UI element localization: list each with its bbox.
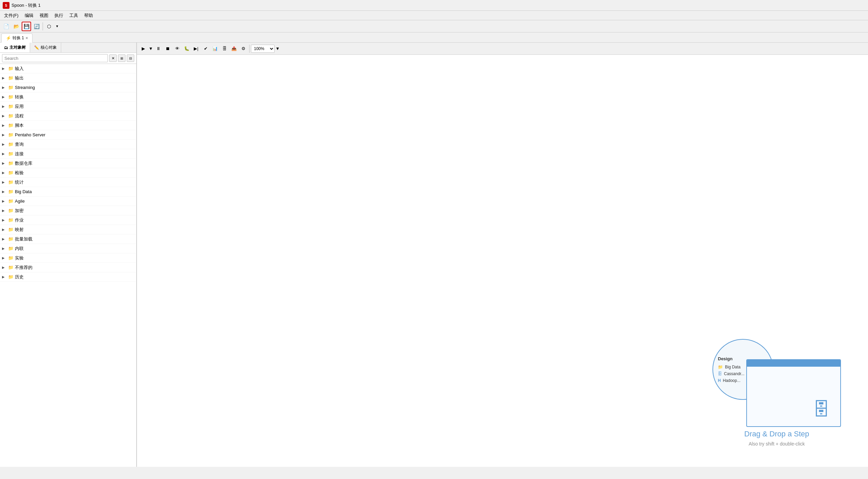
export-button[interactable]: 📤 <box>230 44 238 53</box>
dnd-illustration: Design 📁 Big Data 🗄 Cassandr... H Hadoop… <box>712 339 841 447</box>
cassandra-label: Cassandr... <box>724 371 745 376</box>
cassandra-icon: 🗄 <box>718 371 722 376</box>
main-objects-icon: 🗂 <box>4 45 8 50</box>
folder-icon: 📁 <box>8 123 14 128</box>
folder-icon: 📁 <box>8 104 14 109</box>
tree-item[interactable]: ▶ 📁 连接 <box>0 149 136 159</box>
canvas-area[interactable]: Design 📁 Big Data 🗄 Cassandr... H Hadoop… <box>137 55 868 467</box>
menu-view[interactable]: 视图 <box>37 12 51 20</box>
tree-item[interactable]: ▶ 📁 加密 <box>0 206 136 215</box>
tree-item[interactable]: ▶ 📁 不推荐的 <box>0 263 136 272</box>
folder-icon: 📁 <box>8 142 14 147</box>
impact-button[interactable]: 📊 <box>211 44 219 53</box>
tree-item[interactable]: ▶ 📁 Streaming <box>0 83 136 92</box>
tree-item-label: 内联 <box>15 246 24 252</box>
menu-edit[interactable]: 编辑 <box>22 12 36 20</box>
tree-arrow: ▶ <box>2 171 7 175</box>
tree-arrow: ▶ <box>2 152 7 156</box>
main-objects-label: 主对象树 <box>9 45 26 50</box>
tree-item[interactable]: ▶ 📁 查询 <box>0 140 136 149</box>
tree-arrow: ▶ <box>2 142 7 146</box>
folder-icon: 📁 <box>8 246 14 251</box>
tree-item[interactable]: ▶ 📁 输出 <box>0 73 136 83</box>
save-button[interactable]: 💾 <box>22 22 31 31</box>
run-button[interactable]: ▶ <box>139 44 148 53</box>
open-button[interactable]: 📂 <box>11 22 21 31</box>
tree-arrow: ▶ <box>2 237 7 241</box>
dnd-circle-item-hadoop: H Hadoop... <box>718 378 741 383</box>
tree-item[interactable]: ▶ 📁 脚本 <box>0 121 136 130</box>
canvas-tab[interactable]: ⚡ 转换 1 ✕ <box>1 33 32 43</box>
menu-run[interactable]: 执行 <box>52 12 66 20</box>
folder-icon: 📁 <box>8 113 14 118</box>
tree-item[interactable]: ▶ 📁 历史 <box>0 272 136 282</box>
zoom-select[interactable]: 100% 50% 75% 150% 200% <box>251 45 275 53</box>
zoom-dropdown[interactable]: ▼ <box>275 44 280 53</box>
menu-file[interactable]: 文件(F) <box>1 12 21 20</box>
tree-item-label: 输入 <box>15 66 24 72</box>
tree-item[interactable]: ▶ 📁 内联 <box>0 244 136 253</box>
dnd-window-header <box>747 360 840 367</box>
tree-item[interactable]: ▶ 📁 映射 <box>0 225 136 234</box>
menu-bar: 文件(F) 编辑 视图 执行 工具 帮助 <box>0 11 868 20</box>
tree-item-label: 统计 <box>15 179 24 185</box>
tree-item[interactable]: ▶ 📁 Pentaho Server <box>0 130 136 140</box>
preview-button[interactable]: 👁 <box>173 44 182 53</box>
search-input[interactable] <box>2 54 108 62</box>
tree-arrow: ▶ <box>2 67 7 70</box>
tree-item[interactable]: ▶ 📁 批量加载 <box>0 234 136 244</box>
folder-icon: 📁 <box>8 265 14 270</box>
tree-arrow: ▶ <box>2 275 7 279</box>
search-clear-button[interactable]: ✕ <box>109 54 117 62</box>
search-collapse-button[interactable]: ⊟ <box>127 54 134 62</box>
folder-icon: 📁 <box>8 85 14 90</box>
tree-item-label: 连接 <box>15 151 24 157</box>
tree-item[interactable]: ▶ 📁 作业 <box>0 215 136 225</box>
tab-close-button[interactable]: ✕ <box>25 36 28 40</box>
search-expand-button[interactable]: ⊞ <box>118 54 125 62</box>
sql-button[interactable]: 🗄 <box>220 44 229 53</box>
tree-arrow: ▶ <box>2 266 7 269</box>
tree-item-label: 加密 <box>15 208 24 214</box>
tree-item[interactable]: ▶ 📁 流程 <box>0 111 136 121</box>
tree-item[interactable]: ▶ 📁 输入 <box>0 64 136 73</box>
dnd-circle-item-cassandra: 🗄 Cassandr... <box>718 371 745 376</box>
menu-help[interactable]: 帮助 <box>81 12 96 20</box>
tree-item[interactable]: ▶ 📁 统计 <box>0 178 136 187</box>
pause-button[interactable]: ⏸ <box>154 44 163 53</box>
toolbar-separator <box>43 22 43 30</box>
folder-icon: 📁 <box>8 151 14 156</box>
hadoop-label: Hadoop... <box>723 378 741 383</box>
dnd-circle-item-bigdata: 📁 Big Data <box>718 365 741 369</box>
check-button[interactable]: ✔ <box>201 44 210 53</box>
stop-button[interactable]: ⏹ <box>163 44 172 53</box>
folder-icon: 📁 <box>8 199 14 204</box>
tab-core-objects[interactable]: ✏️ 核心对象 <box>30 43 61 52</box>
tree-item-label: 脚本 <box>15 122 24 129</box>
layers-button[interactable]: ⬡ <box>44 22 54 31</box>
tree-item[interactable]: ▶ 📁 实验 <box>0 253 136 263</box>
tree-arrow: ▶ <box>2 114 7 118</box>
tree-item[interactable]: ▶ 📁 检验 <box>0 168 136 178</box>
debug-button[interactable]: 🐛 <box>182 44 191 53</box>
search-bar: ✕ ⊞ ⊟ <box>0 53 136 64</box>
tree-item[interactable]: ▶ 📁 转换 <box>0 92 136 102</box>
tree-item-label: Pentaho Server <box>15 132 45 137</box>
layers-dropdown[interactable]: ▼ <box>54 22 60 31</box>
core-objects-label: 核心对象 <box>41 45 57 50</box>
saveas-button[interactable]: 🔄 <box>32 22 41 31</box>
folder-icon: 📁 <box>8 75 14 81</box>
replay-button[interactable]: ▶| <box>192 44 201 53</box>
dnd-subtitle: Also try shift + double-click <box>749 441 805 447</box>
tree-item[interactable]: ▶ 📁 应用 <box>0 102 136 111</box>
menu-tools[interactable]: 工具 <box>67 12 81 20</box>
tree-item[interactable]: ▶ 📁 Agile <box>0 197 136 206</box>
folder-icon: 📁 <box>8 94 14 99</box>
run-dropdown[interactable]: ▼ <box>148 44 153 53</box>
settings-button[interactable]: ⚙ <box>239 44 248 53</box>
hadoop-icon: H <box>718 378 721 383</box>
new-button[interactable]: 📄 <box>1 22 11 31</box>
tree-item[interactable]: ▶ 📁 数据仓库 <box>0 159 136 168</box>
tab-main-objects[interactable]: 🗂 主对象树 <box>0 43 30 52</box>
tree-item[interactable]: ▶ 📁 Big Data <box>0 187 136 197</box>
